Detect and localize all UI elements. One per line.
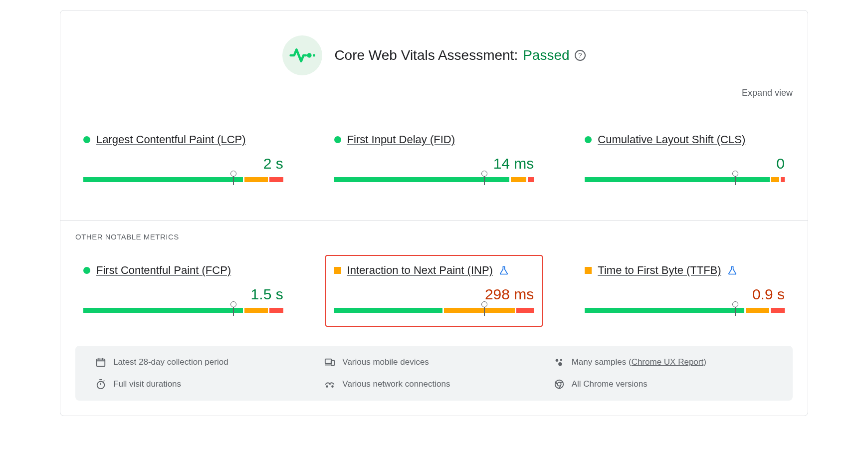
svg-point-7: [558, 362, 562, 366]
footer-samples-text: Many samples (Chrome UX Report): [572, 357, 706, 367]
bar-segment-poor: [269, 308, 283, 313]
metric-name-link[interactable]: First Contentful Paint (FCP): [96, 264, 231, 277]
footer-period-text: Latest 28-day collection period: [113, 357, 228, 367]
svg-rect-1: [313, 54, 315, 57]
footer-versions: All Chrome versions: [554, 379, 773, 390]
metric-value: 1.5 s: [83, 286, 283, 303]
svg-point-5: [555, 359, 558, 362]
footer-versions-text: All Chrome versions: [572, 379, 648, 389]
bar-segment-good: [334, 308, 442, 313]
metric-header: Interaction to Next Paint (INP): [334, 264, 534, 277]
bar-segment-poor: [771, 308, 785, 313]
svg-point-10: [332, 386, 333, 387]
assessment-header: Core Web Vitals Assessment: Passed ?: [75, 35, 793, 75]
metric-header: Largest Contentful Paint (LCP): [83, 133, 283, 146]
footer-info: Latest 28-day collection period Various …: [75, 346, 793, 401]
bar-segment-poor: [269, 177, 283, 182]
footer-devices-text: Various mobile devices: [342, 357, 429, 367]
other-metrics-row: First Contentful Paint (FCP)1.5 sInterac…: [75, 256, 793, 326]
metric-value: 2 s: [83, 155, 283, 172]
bar-segment-good: [83, 177, 243, 182]
svg-point-8: [97, 382, 105, 389]
bar-segment-needs: [746, 308, 769, 313]
metric-name-link[interactable]: First Input Delay (FID): [347, 133, 455, 146]
bar-segment-good: [585, 177, 770, 182]
svg-point-0: [307, 53, 312, 57]
metric-card: Interaction to Next Paint (INP)298 ms: [326, 256, 542, 326]
bar-segment-poor: [516, 308, 534, 313]
assessment-title-prefix: Core Web Vitals Assessment:: [334, 47, 518, 63]
metric-name-link[interactable]: Cumulative Layout Shift (CLS): [598, 133, 745, 146]
status-dot-good-icon: [83, 136, 90, 143]
metric-name-link[interactable]: Interaction to Next Paint (INP): [347, 264, 493, 277]
metric-card: First Input Delay (FID)14 ms: [326, 125, 542, 195]
bar-segment-needs: [244, 177, 268, 182]
help-icon[interactable]: ?: [575, 50, 586, 61]
metric-card: Largest Contentful Paint (LCP)2 s: [75, 125, 291, 195]
bar-segment-poor: [528, 177, 534, 182]
metric-bar: [585, 177, 785, 187]
samples-icon: [554, 357, 565, 368]
svg-rect-3: [325, 359, 332, 364]
bar-segment-needs: [244, 308, 268, 313]
footer-samples: Many samples (Chrome UX Report): [554, 357, 773, 368]
status-dot-good-icon: [585, 136, 592, 143]
metric-bar: [83, 308, 283, 318]
metric-header: First Input Delay (FID): [334, 133, 534, 146]
bar-segment-needs: [444, 308, 515, 313]
bar-segment-needs: [511, 177, 527, 182]
bar-segment-poor: [781, 177, 785, 182]
metric-bar: [585, 308, 785, 318]
metric-bar: [83, 177, 283, 187]
metric-card: Cumulative Layout Shift (CLS)0: [577, 125, 793, 195]
stopwatch-icon: [95, 379, 106, 390]
other-metrics-label: OTHER NOTABLE METRICS: [75, 232, 793, 241]
divider: [60, 220, 808, 221]
metric-value: 0.9 s: [585, 286, 785, 303]
web-vitals-card: Core Web Vitals Assessment: Passed ? Exp…: [60, 10, 808, 416]
metric-card: Time to First Byte (TTFB)0.9 s: [577, 256, 793, 326]
assessment-status: Passed: [523, 47, 569, 63]
network-icon: [324, 379, 335, 390]
status-dot-good-icon: [83, 267, 90, 274]
core-metrics-row: Largest Contentful Paint (LCP)2 sFirst I…: [75, 125, 793, 195]
crux-report-link[interactable]: Chrome UX Report: [632, 357, 704, 367]
metric-value: 298 ms: [334, 286, 534, 303]
assessment-title: Core Web Vitals Assessment: Passed ?: [334, 47, 585, 63]
calendar-icon: [95, 357, 106, 368]
metric-value: 14 ms: [334, 155, 534, 172]
svg-point-9: [326, 386, 328, 387]
metric-header: Cumulative Layout Shift (CLS): [585, 133, 785, 146]
metric-header: First Contentful Paint (FCP): [83, 264, 283, 277]
svg-rect-2: [97, 359, 105, 367]
bar-segment-needs: [771, 177, 779, 182]
status-square-needs-icon: [334, 267, 341, 274]
footer-connections: Various network connections: [324, 379, 543, 390]
bar-segment-good: [83, 308, 243, 313]
status-dot-good-icon: [334, 136, 341, 143]
pulse-icon: [282, 35, 322, 75]
bar-segment-good: [334, 177, 509, 182]
metric-bar: [334, 308, 534, 318]
metric-card: First Contentful Paint (FCP)1.5 s: [75, 256, 291, 326]
metric-name-link[interactable]: Largest Contentful Paint (LCP): [96, 133, 246, 146]
footer-durations-text: Full visit durations: [113, 379, 181, 389]
status-square-needs-icon: [585, 267, 592, 274]
bar-segment-good: [585, 308, 744, 313]
footer-devices: Various mobile devices: [324, 357, 543, 368]
metric-header: Time to First Byte (TTFB): [585, 264, 785, 277]
chrome-icon: [554, 379, 565, 390]
flask-icon: [727, 265, 737, 275]
flask-icon: [499, 265, 509, 275]
metric-value: 0: [585, 155, 785, 172]
expand-view-link[interactable]: Expand view: [742, 88, 793, 98]
footer-durations: Full visit durations: [95, 379, 314, 390]
footer-period: Latest 28-day collection period: [95, 357, 314, 368]
svg-point-11: [555, 380, 563, 389]
devices-icon: [324, 357, 335, 368]
footer-connections-text: Various network connections: [342, 379, 450, 389]
metric-name-link[interactable]: Time to First Byte (TTFB): [598, 264, 721, 277]
svg-point-6: [560, 359, 562, 361]
metric-bar: [334, 177, 534, 187]
